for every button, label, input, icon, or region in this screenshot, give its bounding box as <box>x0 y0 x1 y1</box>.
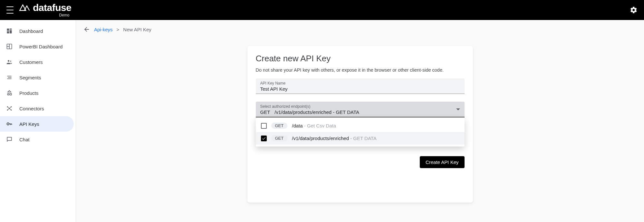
endpoint-select-label: Select authorized endpoint(s) <box>260 104 460 109</box>
api-key-name-label: API Key Name <box>260 81 460 86</box>
svg-point-4 <box>10 61 11 62</box>
products-icon <box>6 89 13 96</box>
svg-line-18 <box>9 108 11 110</box>
back-arrow-icon[interactable] <box>83 26 90 33</box>
connectors-icon <box>6 105 13 112</box>
logo[interactable]: datafuse Demo <box>19 3 71 17</box>
svg-point-3 <box>8 60 9 62</box>
content-area: Api-keys > New API Key Create new API Ke… <box>76 20 644 222</box>
brand-name: datafuse <box>33 3 71 13</box>
endpoint-selected-method: GET <box>260 109 270 115</box>
sidebar-item-customers[interactable]: Customers <box>0 54 74 70</box>
sidebar-item-label: PowerBI Dashboard <box>19 44 62 49</box>
chevron-down-icon <box>456 108 460 110</box>
sidebar-item-powerbi[interactable]: PowerBI Dashboard <box>0 39 74 54</box>
dashboard-icon <box>6 27 13 35</box>
sidebar-item-label: Segments <box>19 75 41 80</box>
svg-point-8 <box>7 94 9 95</box>
svg-rect-9 <box>10 94 12 95</box>
endpoint-selected-text: /v1/data/products/enriched - GET DATA <box>274 109 359 115</box>
method-chip: GET <box>271 123 288 129</box>
sidebar-item-chat[interactable]: Chat <box>0 132 74 147</box>
people-icon <box>6 58 13 66</box>
menu-icon[interactable] <box>6 6 14 14</box>
endpoint-path: /data <box>292 123 303 128</box>
checkbox-unchecked-icon[interactable] <box>261 123 267 129</box>
endpoint-desc-sep: - <box>349 136 353 141</box>
endpoint-option[interactable]: GET /data - Get Csv Data <box>256 119 465 132</box>
sidebar-item-segments[interactable]: Segments <box>0 70 74 85</box>
sidebar-item-label: Customers <box>19 59 43 65</box>
endpoint-path: /v1/data/products/enriched <box>292 136 349 141</box>
sidebar-item-dashboard[interactable]: Dashboard <box>0 23 74 39</box>
endpoint-desc-sep: - <box>303 123 307 128</box>
layout-icon <box>6 43 13 50</box>
app-bar: datafuse Demo <box>0 0 644 20</box>
endpoint-option[interactable]: GET /v1/data/products/enriched - GET DAT… <box>256 132 465 145</box>
checkbox-checked-icon[interactable] <box>261 136 267 141</box>
page-title: Create new API Key <box>256 54 465 64</box>
sidebar-item-label: Chat <box>19 137 30 142</box>
endpoint-select[interactable]: Select authorized endpoint(s) GET /v1/da… <box>256 102 465 117</box>
svg-point-19 <box>7 123 9 125</box>
api-key-name-field[interactable]: API Key Name Test API Key <box>256 78 465 94</box>
brand-sub: Demo <box>59 13 69 17</box>
chat-icon <box>6 136 13 143</box>
svg-line-15 <box>7 107 9 108</box>
sidebar: Dashboard PowerBI Dashboard Customers Se… <box>0 20 76 222</box>
svg-line-17 <box>7 108 9 110</box>
logo-mark-icon <box>19 3 31 13</box>
page-subtitle: Do not share your API key with others, o… <box>256 67 465 73</box>
sidebar-item-label: Dashboard <box>19 28 43 34</box>
sidebar-item-label: API Keys <box>19 121 39 127</box>
endpoint-desc: Get Csv Data <box>307 123 336 128</box>
breadcrumb: Api-keys > New API Key <box>76 20 644 33</box>
gear-icon[interactable] <box>630 6 638 14</box>
create-api-key-button[interactable]: Create API Key <box>420 156 465 168</box>
sidebar-item-label: Connectors <box>19 106 44 111</box>
sidebar-item-label: Products <box>19 90 38 96</box>
create-api-key-card: Create new API Key Do not share your API… <box>247 46 473 203</box>
endpoint-dropdown-menu: GET /data - Get Csv Data GET /v1/dat <box>256 117 465 146</box>
api-key-name-value: Test API Key <box>260 86 460 92</box>
key-icon <box>6 120 13 127</box>
endpoint-desc: GET DATA <box>353 136 377 141</box>
sidebar-item-products[interactable]: Products <box>0 85 74 101</box>
sidebar-item-connectors[interactable]: Connectors <box>0 101 74 116</box>
breadcrumb-separator: > <box>117 27 120 32</box>
segments-icon <box>6 74 13 81</box>
svg-line-16 <box>9 107 11 108</box>
sidebar-item-api-keys[interactable]: API Keys <box>0 116 74 132</box>
method-chip: GET <box>271 135 288 141</box>
breadcrumb-parent-link[interactable]: Api-keys <box>94 27 113 32</box>
breadcrumb-current: New API Key <box>123 27 151 32</box>
